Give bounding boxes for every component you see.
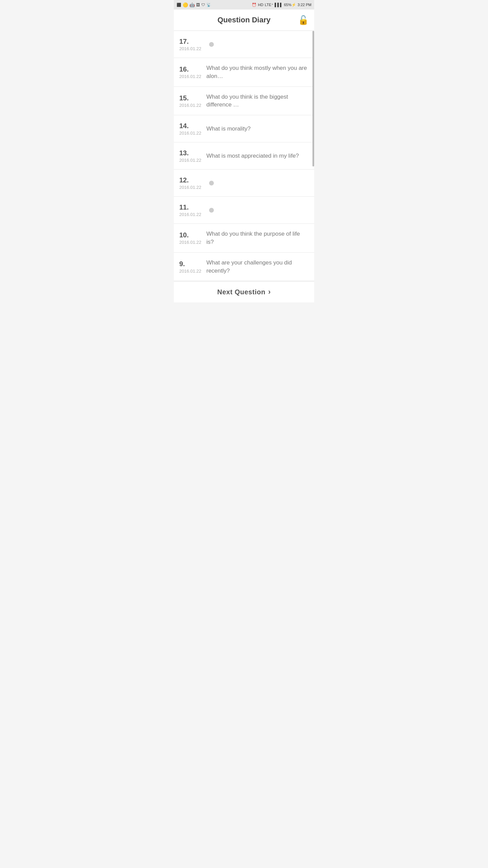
list-item[interactable]: 9.2016.01.22What are your challenges you… [174,253,314,281]
item-date: 2016.01.22 [179,46,201,51]
item-number-block: 9.2016.01.22 [179,260,206,274]
status-icon-5: 🛡 [201,3,205,7]
diary-list: 17.2016.01.2216.2016.01.22What do you th… [174,31,314,281]
status-icon-4: 🖼 [196,3,200,7]
footer[interactable]: Next Question › [174,281,314,302]
next-question-label: Next Question [217,288,265,296]
list-item[interactable]: 12.2016.01.22 [174,170,314,197]
lock-icon[interactable]: 🔓 [298,15,309,25]
item-number: 11. [179,203,189,211]
item-number-block: 16.2016.01.22 [179,65,206,79]
list-item[interactable]: 10.2016.01.22What do you think the purpo… [174,224,314,253]
list-item[interactable]: 16.2016.01.22What do you think mostly wh… [174,58,314,87]
item-date: 2016.01.22 [179,240,201,245]
chevron-right-icon: › [268,288,271,296]
list-item[interactable]: 13.2016.01.22What is most appreciated in… [174,142,314,170]
time-display: 3:22 PM [298,3,311,7]
item-number-block: 11.2016.01.22 [179,203,206,217]
item-number: 14. [179,122,189,130]
item-number-block: 13.2016.01.22 [179,149,206,163]
alarm-icon: ⏰ [252,3,257,7]
item-number-block: 17.2016.01.22 [179,37,206,51]
list-items-container: 17.2016.01.2216.2016.01.22What do you th… [174,31,314,281]
item-question-text: What do you think mostly when you are al… [206,64,309,80]
item-number-block: 15.2016.01.22 [179,94,206,108]
app-header: Question Diary 🔓 [174,9,314,31]
item-number: 13. [179,149,189,157]
status-right-info: ⏰ HD LTE⁺ ▌▌▌ 65%⚡ 3:22 PM [252,3,311,7]
status-icon-1: ⬛ [177,3,181,7]
lte-badge: LTE⁺ [265,3,273,7]
item-date: 2016.01.22 [179,269,201,274]
scrollbar-thumb[interactable] [312,31,314,166]
item-question-text: What is most appreciated in my life? [206,152,309,160]
status-left-icons: ⬛ 🟡 🤖 🖼 🛡 📡 [177,2,211,7]
signal-icon: ▌▌▌ [275,3,283,7]
item-question-text: What do you think is the biggest differe… [206,93,309,109]
item-question-text: What is morality? [206,125,309,133]
item-date: 2016.01.22 [179,74,201,79]
list-item[interactable]: 11.2016.01.22 [174,197,314,224]
item-date: 2016.01.22 [179,212,201,217]
item-dot-indicator [209,181,214,185]
item-number: 9. [179,260,185,268]
item-dot-indicator [209,42,214,47]
item-question-text: What are your challenges you did recentl… [206,259,309,275]
item-date: 2016.01.22 [179,103,201,108]
item-number-block: 12.2016.01.22 [179,176,206,190]
item-number: 16. [179,65,189,73]
hd-badge: HD [258,3,263,7]
list-item[interactable]: 15.2016.01.22What do you think is the bi… [174,87,314,116]
status-bar: ⬛ 🟡 🤖 🖼 🛡 📡 ⏰ HD LTE⁺ ▌▌▌ 65%⚡ 3:22 PM [174,0,314,9]
item-number: 12. [179,176,189,184]
item-date: 2016.01.22 [179,131,201,136]
page-title: Question Diary [218,16,270,24]
item-date: 2016.01.22 [179,185,201,190]
battery-info: 65%⚡ [284,3,296,7]
status-icon-6: 📡 [206,3,211,7]
item-number-block: 14.2016.01.22 [179,122,206,136]
scrollbar-track[interactable] [312,31,314,281]
item-date: 2016.01.22 [179,158,201,163]
item-number: 17. [179,37,189,45]
item-number: 10. [179,231,189,239]
item-number-block: 10.2016.01.22 [179,231,206,245]
next-question-button[interactable]: Next Question › [217,288,271,296]
item-number: 15. [179,94,189,102]
item-question-text: What do you think the purpose of life is… [206,230,309,246]
status-icon-2: 🟡 [183,2,188,7]
item-dot-indicator [209,208,214,213]
list-item[interactable]: 17.2016.01.22 [174,31,314,58]
status-icon-3: 🤖 [189,2,195,7]
list-item[interactable]: 14.2016.01.22What is morality? [174,115,314,142]
